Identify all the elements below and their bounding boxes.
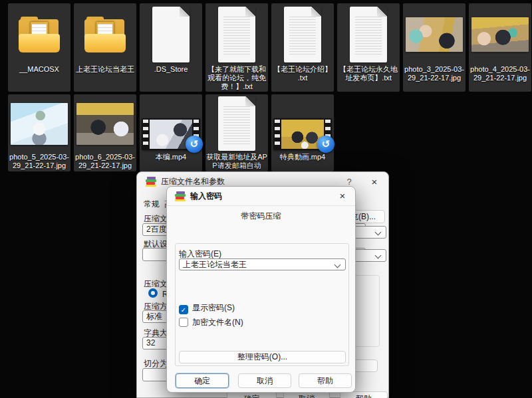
close-icon[interactable]: × [335, 190, 350, 202]
file-tile[interactable]: ↺ 特典動画.mp4 [271, 94, 334, 171]
file-grid-row-2: photo_5_2025-03-29_21-22-17.jpg photo_6_… [8, 94, 334, 171]
file-tile[interactable]: 上老王论坛当老王 [74, 3, 136, 92]
file-grid-row-1: __MACOSX 上老王论坛当老王 .DS_Store 【来了就能下载和观看的论… [8, 3, 531, 92]
file-name-label: 【老王论坛介绍】 .txt [272, 65, 333, 82]
password-input[interactable]: 上老王论坛当老王 [179, 258, 346, 270]
photo-thumbnail [76, 103, 134, 145]
file-name-label: 上老王论坛当老王 [74, 65, 136, 74]
sync-badge-icon: ↺ [317, 136, 334, 153]
checkbox-icon: ✓ [179, 305, 188, 314]
text-file-icon [218, 7, 255, 62]
file-tile[interactable]: photo_4_2025-03-29_21-22-17.jpg [469, 3, 531, 92]
format-rar-radio[interactable] [148, 288, 158, 298]
text-file-icon [152, 7, 190, 62]
password-dialog-titlebar: 输入密码 [167, 187, 355, 206]
file-name-label: .DS_Store [140, 65, 201, 74]
photo-thumbnail [406, 17, 463, 52]
password-help-button[interactable]: 帮助 [299, 373, 352, 388]
password-ok-button[interactable]: 确定 [176, 373, 229, 388]
file-name-label: 【老王论坛永久地址发布页】.txt [338, 65, 399, 82]
enter-password-dialog: 输入密码 × 带密码压缩 输入密码(E) 上老王论坛当老王 ✓显示密码(S) 加… [166, 186, 356, 393]
file-tile[interactable]: __MACOSX [8, 3, 70, 92]
tab-general[interactable]: 常规 [144, 199, 160, 210]
file-name-label: 特典動画.mp4 [272, 153, 333, 161]
file-name-label: photo_5_2025-03-29_21-22-17.jpg [9, 153, 70, 170]
file-name-label: __MACOSX [9, 65, 70, 74]
organize-passwords-button[interactable]: 整理密码(O)... [179, 351, 346, 363]
file-name-label: photo_3_2025-03-29_21-22-17.jpg [404, 65, 465, 82]
video-thumbnail: ↺ [273, 118, 332, 150]
folder-icon [84, 17, 126, 52]
winrar-icon [175, 191, 186, 201]
photo-thumbnail [11, 103, 68, 145]
file-tile[interactable]: photo_3_2025-03-29_21-22-17.jpg [403, 3, 466, 92]
file-tile[interactable]: photo_6_2025-03-29_21-22-17.jpg [74, 94, 136, 171]
folder-icon [19, 17, 60, 52]
video-thumbnail: ↺ [142, 118, 200, 150]
photo-thumbnail [471, 17, 529, 52]
password-dialog-title: 输入密码 [190, 191, 222, 202]
password-header: 带密码压缩 [167, 211, 355, 222]
password-cancel-button[interactable]: 取消 [238, 373, 291, 388]
encrypt-names-checkbox[interactable]: 加密文件名(N) [179, 317, 243, 328]
file-tile[interactable]: photo_5_2025-03-29_21-22-17.jpg [8, 94, 70, 171]
file-name-label: 【来了就能下载和观看的论坛，纯免费！】.txt [206, 65, 267, 92]
file-name-label: 获取最新地址及APP请发邮箱自动 [206, 153, 267, 170]
file-tile[interactable]: 获取最新地址及APP请发邮箱自动 [205, 94, 268, 171]
sync-badge-icon: ↺ [186, 136, 203, 153]
file-name-label: 本编.mp4 [140, 153, 201, 161]
encrypt-names-label: 加密文件名(N) [192, 318, 243, 327]
winrar-icon [146, 177, 156, 187]
file-name-label: photo_4_2025-03-29_21-22-17.jpg [469, 65, 531, 82]
file-name-label: photo_6_2025-03-29_21-22-17.jpg [74, 153, 136, 170]
text-file-icon [218, 96, 255, 151]
checkbox-icon [179, 318, 188, 327]
show-password-checkbox[interactable]: ✓显示密码(S) [179, 302, 235, 314]
close-icon[interactable]: × [367, 176, 382, 188]
file-tile[interactable]: 【老王论坛永久地址发布页】.txt [337, 3, 400, 92]
text-file-icon [284, 7, 321, 62]
file-tile[interactable]: ↺ 本编.mp4 [140, 94, 202, 171]
show-password-label: 显示密码(S) [192, 303, 235, 312]
file-tile[interactable]: 【老王论坛介绍】 .txt [271, 3, 334, 92]
file-tile[interactable]: 【来了就能下载和观看的论坛，纯免费！】.txt [205, 3, 268, 92]
file-tile[interactable]: .DS_Store [140, 3, 202, 92]
text-file-icon [350, 7, 387, 62]
